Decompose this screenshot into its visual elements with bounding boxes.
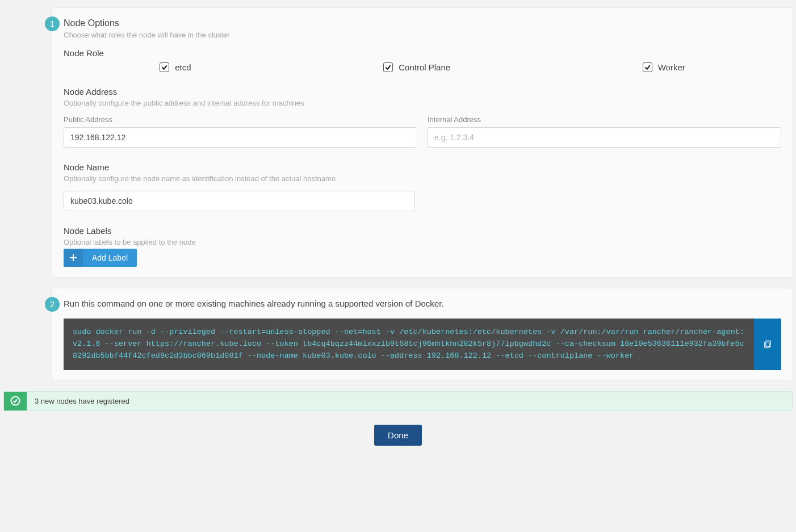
internal-address-field: Internal Address <box>428 115 781 148</box>
role-worker-label: Worker <box>658 62 685 72</box>
step-badge-1: 1 <box>45 16 60 31</box>
success-banner-text: 3 new nodes have registered <box>27 392 137 410</box>
node-name-heading: Node Name <box>64 162 781 172</box>
plus-icon <box>64 249 83 267</box>
internal-address-label: Internal Address <box>428 115 781 124</box>
checkbox-control-plane[interactable] <box>383 62 393 72</box>
svg-rect-2 <box>766 341 770 347</box>
node-options-title: Node Options <box>64 18 781 28</box>
role-etcd-label: etcd <box>175 62 191 72</box>
node-labels-subtext: Optional labels to be applied to the nod… <box>64 238 781 246</box>
run-command-instruction: Run this command on one or more existing… <box>64 299 781 308</box>
public-address-field: Public Address <box>64 115 417 148</box>
command-block: sudo docker run -d --privileged --restar… <box>64 319 754 370</box>
node-role-row: etcd Control Plane Worker <box>64 62 781 72</box>
node-name-input[interactable] <box>64 191 415 211</box>
svg-rect-3 <box>765 342 769 349</box>
node-options-card: 1 Node Options Choose what roles the nod… <box>52 7 793 278</box>
public-address-input[interactable] <box>64 127 417 148</box>
success-banner: 3 new nodes have registered <box>3 391 793 411</box>
svg-rect-1 <box>70 257 77 258</box>
checkbox-etcd[interactable] <box>160 62 169 72</box>
copy-command-button[interactable] <box>754 319 781 370</box>
node-role-heading: Node Role <box>64 48 781 58</box>
node-options-subtitle: Choose what roles the node will have in … <box>64 31 781 39</box>
role-etcd[interactable]: etcd <box>160 62 191 72</box>
public-address-label: Public Address <box>64 115 417 124</box>
clipboard-icon <box>763 339 773 349</box>
node-labels-heading: Node Labels <box>64 226 781 236</box>
role-worker[interactable]: Worker <box>643 62 685 72</box>
node-address-subtext: Optionally configure the public address … <box>64 99 781 107</box>
role-control-plane[interactable]: Control Plane <box>383 62 450 72</box>
internal-address-input[interactable] <box>428 127 781 148</box>
done-button[interactable]: Done <box>374 425 422 446</box>
check-circle-icon <box>4 392 27 410</box>
run-command-card: 2 Run this command on one or more existi… <box>52 288 793 381</box>
checkbox-worker[interactable] <box>643 62 652 72</box>
step-badge-2: 2 <box>45 297 60 312</box>
add-label-button-text: Add Label <box>83 249 137 267</box>
add-label-button[interactable]: Add Label <box>64 249 137 267</box>
node-name-subtext: Optionally configure the node name as id… <box>64 174 781 183</box>
node-address-heading: Node Address <box>64 87 781 97</box>
role-control-plane-label: Control Plane <box>399 62 450 72</box>
